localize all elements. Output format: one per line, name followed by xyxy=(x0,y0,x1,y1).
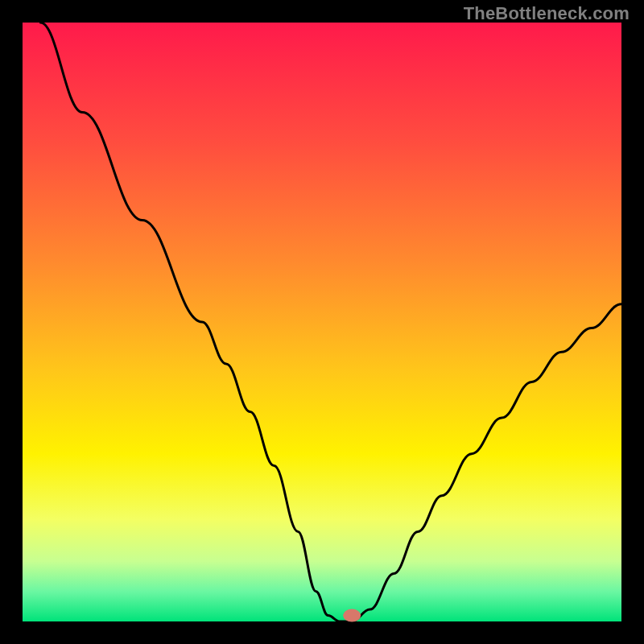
watermark-text: TheBottleneck.com xyxy=(464,3,630,24)
optimal-marker xyxy=(343,609,361,622)
chart-frame: TheBottleneck.com xyxy=(0,0,644,644)
plot-area xyxy=(23,23,621,621)
bottleneck-chart xyxy=(0,0,644,644)
